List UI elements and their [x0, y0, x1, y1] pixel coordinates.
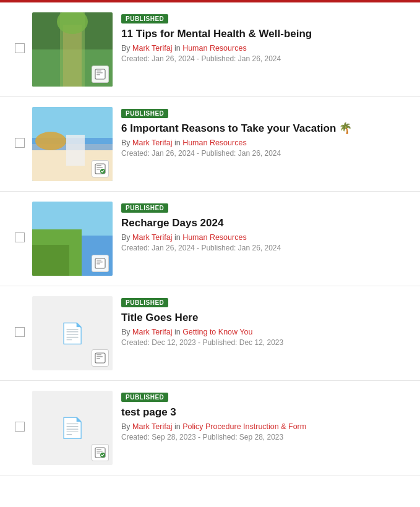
- item-meta: By Mark Terifaj in Human Resources: [121, 138, 413, 147]
- status-badge: PUBLISHED: [121, 14, 168, 23]
- list-item: PUBLISHED 11 Tips for Mental Health & We…: [0, 2, 420, 97]
- checkbox-col: [7, 202, 32, 242]
- item-dates: Created: Sep 28, 2023 - Published: Sep 2…: [121, 433, 413, 441]
- content-col: PUBLISHED 11 Tips for Mental Health & We…: [121, 12, 413, 63]
- svg-rect-8: [96, 72, 103, 74]
- svg-rect-7: [96, 70, 101, 72]
- item-checkbox[interactable]: [15, 422, 25, 432]
- content-col: PUBLISHED 6 Important Reasons to Take yo…: [121, 107, 413, 158]
- author-link[interactable]: Mark Terifaj: [132, 44, 172, 53]
- svg-rect-19: [96, 169, 100, 170]
- status-badge: PUBLISHED: [121, 203, 168, 213]
- item-dates: Created: Jan 26, 2024 - Published: Jan 2…: [121, 244, 413, 252]
- item-checkbox[interactable]: [15, 43, 25, 53]
- checkbox-col: [7, 391, 32, 432]
- item-meta: By Mark Terifaj in Policy Procedure Inst…: [121, 422, 413, 431]
- item-title: Title Goes Here: [121, 311, 413, 325]
- content-col: PUBLISHED Recharge Days 2024 By Mark Ter…: [121, 202, 413, 252]
- item-meta: By Mark Terifaj in Human Resources: [121, 44, 413, 53]
- author-link[interactable]: Mark Terifaj: [132, 138, 172, 147]
- author-link[interactable]: Mark Terifaj: [132, 328, 172, 336]
- content-col: PUBLISHED test page 3 By Mark Terifaj in…: [121, 391, 413, 441]
- author-link[interactable]: Mark Terifaj: [132, 422, 172, 431]
- thumbnail: [32, 107, 113, 181]
- svg-rect-30: [96, 260, 101, 261]
- category-link[interactable]: Human Resources: [182, 44, 247, 53]
- thumb-action-button[interactable]: [92, 160, 109, 177]
- svg-rect-39: [96, 449, 101, 450]
- content-col: PUBLISHED Title Goes Here By Mark Terifa…: [121, 296, 413, 347]
- category-link[interactable]: Human Resources: [182, 138, 247, 147]
- status-badge: PUBLISHED: [121, 109, 168, 118]
- item-title: 6 Important Reasons to Take your Vacatio…: [121, 122, 413, 135]
- status-badge: PUBLISHED: [121, 393, 168, 402]
- svg-rect-31: [96, 262, 103, 263]
- item-checkbox[interactable]: [15, 327, 25, 337]
- checkbox-col: [7, 107, 32, 148]
- svg-rect-32: [96, 263, 100, 265]
- item-checkbox[interactable]: [15, 232, 25, 242]
- category-link[interactable]: Policy Procedure Instruction & Form: [182, 422, 306, 431]
- doc-placeholder-icon: 📄: [60, 416, 85, 440]
- item-title: Recharge Days 2024: [121, 216, 413, 230]
- item-checkbox[interactable]: [15, 138, 25, 148]
- thumb-action-button[interactable]: [92, 349, 109, 367]
- svg-point-13: [35, 132, 66, 150]
- thumb-action-button[interactable]: [92, 66, 109, 83]
- thumb-action-button[interactable]: [92, 255, 109, 272]
- category-link[interactable]: Getting to Know You: [182, 328, 252, 336]
- svg-rect-37: [96, 358, 100, 359]
- item-meta: By Mark Terifaj in Human Resources: [121, 233, 413, 242]
- svg-rect-25: [32, 245, 69, 276]
- checkbox-col: [7, 296, 32, 337]
- checkbox-col: [7, 12, 32, 53]
- thumbnail: [32, 12, 113, 87]
- list-item: PUBLISHED 6 Important Reasons to Take yo…: [0, 97, 420, 192]
- svg-rect-36: [96, 356, 103, 357]
- list-container: PUBLISHED 11 Tips for Mental Health & We…: [0, 2, 420, 475]
- list-item: 📄 PUBLISHED test page 3 By Mark Terifaj …: [0, 381, 420, 475]
- svg-rect-18: [96, 167, 103, 168]
- thumbnail: 📄: [32, 391, 113, 465]
- svg-rect-17: [96, 165, 101, 166]
- svg-rect-9: [96, 74, 100, 75]
- thumbnail: [32, 202, 113, 276]
- thumb-action-button[interactable]: [92, 444, 109, 461]
- item-dates: Created: Jan 26, 2024 - Published: Jan 2…: [121, 149, 413, 158]
- author-link[interactable]: Mark Terifaj: [132, 233, 172, 242]
- svg-rect-40: [96, 451, 103, 452]
- svg-rect-14: [66, 135, 85, 166]
- category-link[interactable]: Human Resources: [182, 233, 247, 242]
- item-meta: By Mark Terifaj in Getting to Know You: [121, 328, 413, 336]
- list-item: PUBLISHED Recharge Days 2024 By Mark Ter…: [0, 192, 420, 286]
- doc-placeholder-icon: 📄: [60, 322, 85, 345]
- item-title: 11 Tips for Mental Health & Well-being: [121, 27, 413, 41]
- item-title: test page 3: [121, 406, 413, 419]
- thumbnail: 📄: [32, 296, 113, 370]
- list-item: 📄 PUBLISHED Title Goes Here By Mark Teri…: [0, 286, 420, 381]
- item-dates: Created: Jan 26, 2024 - Published: Jan 2…: [121, 54, 413, 63]
- item-dates: Created: Dec 12, 2023 - Published: Dec 1…: [121, 338, 413, 347]
- svg-rect-35: [96, 354, 101, 356]
- status-badge: PUBLISHED: [121, 298, 168, 307]
- svg-rect-41: [96, 453, 100, 454]
